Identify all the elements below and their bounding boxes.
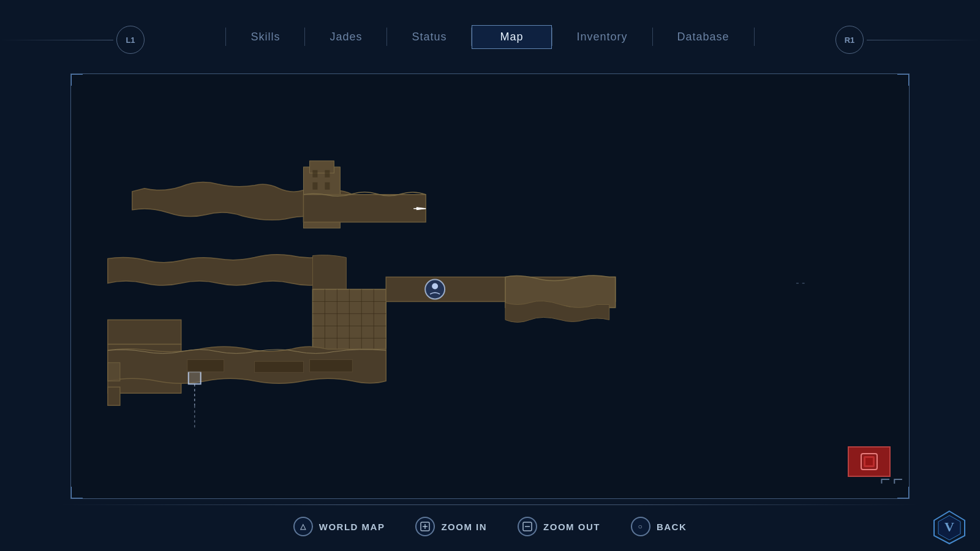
control-back[interactable]: ○ BACK: [631, 517, 687, 536]
svg-rect-32: [255, 361, 304, 372]
tab-database[interactable]: Database: [653, 26, 754, 48]
control-zoom-out[interactable]: ZOOM OUT: [518, 517, 600, 536]
r1-button[interactable]: R1: [835, 26, 864, 54]
svg-rect-10: [325, 170, 330, 178]
nav-deco-right: [867, 40, 980, 40]
map-action-button-wrapper: ⌐ ¬: [880, 470, 903, 489]
svg-rect-11: [312, 182, 317, 190]
bracket-right: ¬: [893, 470, 903, 489]
control-world-map[interactable]: △ WORLD MAP: [293, 517, 385, 536]
svg-rect-28: [189, 372, 201, 384]
svg-rect-35: [108, 387, 120, 405]
tab-jades[interactable]: Jades: [305, 26, 386, 48]
zoom-out-label: ZOOM OUT: [543, 522, 600, 532]
world-map-button[interactable]: △: [293, 517, 313, 536]
svg-rect-34: [108, 362, 120, 381]
zoom-out-button[interactable]: [518, 517, 537, 536]
nav-tabs: Skills Jades Status Map Inventory Databa…: [225, 25, 754, 49]
svg-rect-26: [108, 320, 181, 344]
back-button[interactable]: ○: [631, 517, 650, 536]
zoom-in-label: ZOOM IN: [441, 522, 487, 532]
svg-text:- -: - -: [796, 278, 805, 288]
map-svg: - -: [71, 74, 909, 498]
world-map-label: WORLD MAP: [319, 522, 385, 532]
svg-rect-39: [865, 458, 873, 465]
tab-skills[interactable]: Skills: [226, 26, 304, 48]
back-label: BACK: [657, 522, 687, 532]
map-mini-button[interactable]: [848, 446, 891, 477]
svg-point-25: [432, 283, 438, 290]
top-navigation: L1 Skills Jades Status Map Inventory Dat…: [0, 0, 980, 67]
svg-rect-33: [309, 359, 352, 372]
svg-rect-9: [312, 170, 317, 178]
svg-text:V: V: [944, 519, 954, 534]
tab-status[interactable]: Status: [387, 26, 471, 48]
l1-button[interactable]: L1: [116, 26, 145, 54]
tab-inventory[interactable]: Inventory: [552, 26, 652, 48]
control-zoom-in[interactable]: ZOOM IN: [415, 517, 487, 536]
nav-deco-left: [0, 40, 113, 40]
svg-rect-31: [187, 359, 224, 372]
svg-rect-12: [325, 182, 330, 190]
map-container: Factory (Underground) Yi: [70, 73, 910, 499]
v-logo: V: [931, 508, 968, 545]
zoom-in-button[interactable]: [415, 517, 435, 536]
nav-separator: [754, 28, 755, 46]
tab-map[interactable]: Map: [472, 25, 551, 49]
bottom-controls: △ WORLD MAP ZOOM IN ZOOM OUT ○ BACK: [0, 502, 980, 551]
